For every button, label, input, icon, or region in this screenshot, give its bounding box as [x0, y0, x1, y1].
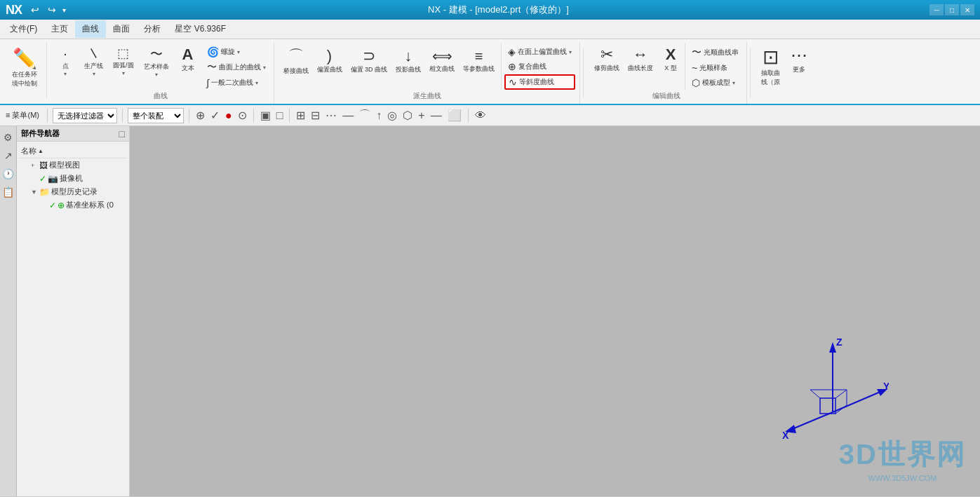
menu-item-curve[interactable]: 曲线: [75, 20, 106, 38]
production-line-button[interactable]: / 生产线 ▾: [81, 43, 107, 79]
face-offset-button[interactable]: ◈ 在面上偏置曲线 ▾: [504, 45, 575, 59]
secondary-dropdown[interactable]: ▾: [255, 80, 258, 86]
toolbar-icon-14[interactable]: ⬡: [401, 107, 414, 123]
more-button[interactable]: ⋯ 更多: [786, 43, 812, 76]
toolbar-icon-7[interactable]: ⊞: [295, 107, 307, 123]
viewport[interactable]: Z Y X 3D世界网 WWW.3D5JW.COM: [130, 126, 980, 496]
parts-icon[interactable]: 📋: [1, 185, 15, 199]
x-form-button[interactable]: X X 型: [658, 43, 683, 75]
helix-button[interactable]: 🌀 螺旋 ▾: [203, 45, 269, 59]
circle-icon: ⬚: [117, 46, 129, 61]
toolbar-icon-3[interactable]: ●: [224, 108, 234, 123]
curve-on-surface-dropdown[interactable]: ▾: [263, 64, 266, 71]
toolbar-icon-8[interactable]: ⊟: [309, 107, 321, 123]
art-spline-button[interactable]: 〜 艺术样条 ▾: [140, 43, 173, 80]
toolbar-icon-1[interactable]: ⊕: [194, 107, 206, 123]
toolbar-icon-6[interactable]: □: [275, 108, 285, 123]
isocurve-icon: ≡: [475, 48, 483, 64]
point-icon: ·: [63, 46, 67, 62]
svg-text:Y: Y: [883, 381, 889, 392]
face-offset-dropdown[interactable]: ▾: [569, 49, 572, 55]
production-line-label: 生产线: [84, 62, 103, 71]
secondary-curve-button[interactable]: ∫ 一般二次曲线 ▾: [203, 76, 269, 90]
history-icon[interactable]: 🕐: [1, 167, 15, 181]
tree-area: 名称 ▲ + 🖼 模型视图 ✓ 📷 摄像机: [17, 142, 129, 215]
toolbar-icon-18[interactable]: 👁: [474, 108, 488, 123]
toolbar-icon-13[interactable]: ◎: [386, 107, 398, 123]
text-button[interactable]: A 文本: [175, 43, 201, 75]
undo-redo-dropdown[interactable]: ▾: [61, 6, 67, 15]
draw-in-context-button[interactable]: ✏️ 在任务环 境中绘制: [7, 46, 42, 92]
smooth-set-label: 光顺曲线串: [704, 48, 739, 57]
line-dropdown[interactable]: ▾: [93, 71, 95, 77]
assembly-select[interactable]: 整个装配: [128, 108, 184, 123]
maximize-button[interactable]: □: [945, 4, 959, 15]
tree-item-model-views[interactable]: + 🖼 模型视图: [18, 158, 128, 172]
navigate-icon[interactable]: ↗: [3, 149, 14, 163]
point-button[interactable]: · 点 ▾: [53, 43, 78, 79]
tree-item-model-history[interactable]: ▼ 📁 模型历史记录: [18, 185, 128, 198]
circle-dropdown[interactable]: ▾: [122, 70, 125, 76]
toolbar-icon-12[interactable]: ↑: [375, 108, 383, 123]
arc-circle-button[interactable]: ⬚ 圆弧/圆 ▾: [109, 43, 137, 79]
iso-slope-button[interactable]: ∿ 等斜度曲线: [504, 74, 575, 90]
template-dropdown[interactable]: ▾: [732, 80, 735, 86]
close-button[interactable]: ✕: [960, 4, 974, 15]
settings-icon[interactable]: ⚙: [2, 130, 14, 144]
svg-line-10: [810, 390, 820, 398]
template-label: 模板成型: [702, 78, 730, 88]
menu-item-star[interactable]: 星空 V6.936F: [168, 20, 233, 38]
toolbar-icon-9[interactable]: ⋯: [324, 107, 338, 123]
toolbar-icon-17[interactable]: ⬜: [446, 107, 463, 123]
iso-slope-icon: ∿: [509, 76, 517, 88]
undo-button[interactable]: ↩: [27, 3, 43, 17]
tree-item-camera[interactable]: ✓ 📷 摄像机: [18, 172, 128, 185]
expand-model-views[interactable]: +: [31, 162, 38, 169]
minimize-button[interactable]: ─: [929, 4, 944, 15]
csys-icon: ⊕: [58, 200, 65, 210]
close-panel-button[interactable]: □: [119, 129, 125, 139]
expand-model-history[interactable]: ▼: [31, 189, 38, 196]
toolbar-icon-5[interactable]: ▣: [259, 107, 272, 123]
helix-dropdown[interactable]: ▾: [237, 49, 240, 55]
menu-button[interactable]: ≡ 菜单(M): [3, 109, 42, 122]
offset-label: 偏置曲线: [317, 65, 342, 74]
menu-item-analysis[interactable]: 分析: [137, 20, 168, 38]
separator5: [289, 109, 290, 123]
isocurve-button[interactable]: ≡ 等参数曲线: [459, 46, 498, 76]
redo-button[interactable]: ↪: [44, 3, 60, 17]
camera-label: 摄像机: [60, 173, 83, 184]
composite-curve-button[interactable]: ⊕ 复合曲线: [504, 60, 575, 74]
extract-curve-button[interactable]: ⊡ 抽取曲 线（原: [758, 43, 784, 89]
smooth-spline-button[interactable]: ~ 光顺样条: [688, 61, 742, 75]
extract-icon: ⊡: [763, 46, 779, 69]
offset-curve-button[interactable]: ) 偏置曲线: [314, 45, 346, 76]
tree-item-csys[interactable]: ✓ ⊕ 基准坐标系 (0: [18, 198, 128, 212]
model-views-icon: 🖼: [39, 161, 48, 170]
toolbar-icon-2[interactable]: ✓: [209, 107, 221, 123]
menu-item-file[interactable]: 文件(F): [3, 20, 44, 38]
toolbar-icon-15[interactable]: +: [417, 108, 426, 123]
toolbar-icon-4[interactable]: ⊙: [236, 107, 248, 123]
mirror-curve-button[interactable]: ⟺ 相文曲线: [426, 46, 458, 76]
curve-length-button[interactable]: ↔ 曲线长度: [624, 43, 657, 75]
more-label: 更多: [793, 65, 805, 74]
point-dropdown[interactable]: ▾: [64, 71, 67, 77]
trim-curve-button[interactable]: ✂ 修剪曲线: [591, 43, 623, 75]
toolbar-icon-16[interactable]: —: [429, 108, 443, 123]
project-curve-button[interactable]: ↓ 投影曲线: [392, 45, 424, 76]
filter-select[interactable]: 无选择过滤器: [53, 108, 117, 123]
menu-item-surface[interactable]: 曲面: [106, 20, 137, 38]
watermark: 3D世界网 WWW.3D5JW.COM: [839, 435, 966, 482]
template-shape-button[interactable]: ⬡ 模板成型 ▾: [688, 76, 742, 90]
toolbar-icon-11[interactable]: ⌒: [358, 107, 372, 124]
toolbar-icon-10[interactable]: —: [341, 108, 355, 123]
curve-on-surface-button[interactable]: 〜 曲面上的曲线 ▾: [203, 60, 269, 75]
spline-dropdown[interactable]: ▾: [155, 72, 158, 78]
text-label: 文本: [182, 64, 194, 73]
smooth-curve-set-button[interactable]: 〜 光顺曲线串: [688, 45, 742, 60]
face-offset-label: 在面上偏置曲线: [518, 47, 567, 57]
offset-3d-button[interactable]: ⊃ 偏置 3D 曲线: [347, 45, 391, 76]
bridge-curve-button[interactable]: ⌒ 桥接曲线: [280, 43, 312, 78]
menu-item-home[interactable]: 主页: [44, 20, 75, 38]
